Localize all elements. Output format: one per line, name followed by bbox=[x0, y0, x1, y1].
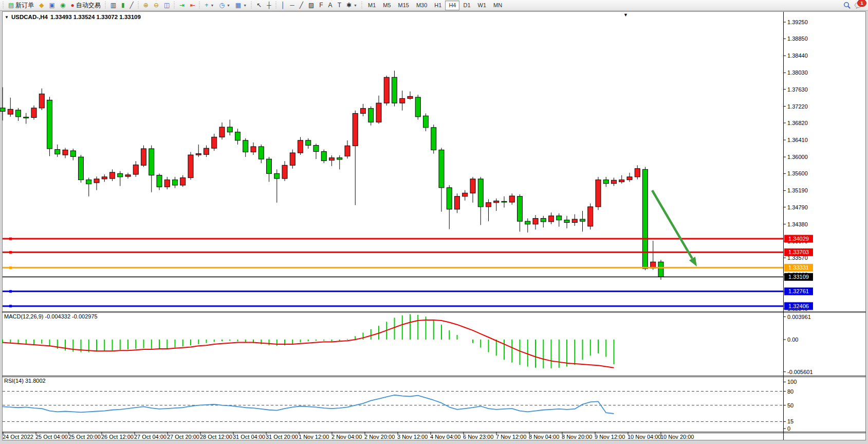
candle bbox=[525, 221, 530, 224]
toolbar-new-order-button[interactable]: ▤新订单 bbox=[6, 0, 36, 10]
candle bbox=[133, 165, 138, 174]
toolbar-zoom-in-button[interactable]: ⊕ bbox=[141, 0, 151, 10]
candle bbox=[329, 158, 335, 161]
candle bbox=[557, 216, 562, 220]
candle bbox=[400, 98, 405, 103]
candle bbox=[643, 169, 648, 269]
candle bbox=[603, 180, 608, 183]
toolbar-arrows-button[interactable]: ✱▼ bbox=[344, 0, 360, 10]
chevron-down-icon: ▼ bbox=[227, 4, 230, 7]
timeframe-d1[interactable]: D1 bbox=[459, 1, 474, 10]
toolbar-profile-button[interactable]: ◆ bbox=[36, 0, 46, 10]
timeframe-w1[interactable]: W1 bbox=[474, 1, 490, 10]
candle bbox=[290, 153, 295, 165]
time-label: 27 Oct 20:00 bbox=[167, 434, 199, 440]
candle bbox=[149, 149, 154, 175]
price-tick-label: 1.38850 bbox=[787, 35, 808, 42]
toolbar-tile-windows-button[interactable]: ◫ bbox=[161, 0, 172, 10]
candle bbox=[306, 140, 311, 146]
timeframe-m30[interactable]: M30 bbox=[413, 1, 431, 10]
scroll-to-end-marker[interactable]: ▼ bbox=[623, 12, 628, 17]
price-tick-label: 1.35600 bbox=[787, 170, 808, 176]
toolbar-zoom-out-button[interactable]: ⊖ bbox=[151, 0, 161, 10]
toolbar-vertical-line-button[interactable]: │ bbox=[279, 0, 288, 10]
candle bbox=[353, 113, 358, 146]
toolbar-fibonacci-button[interactable]: F bbox=[317, 0, 325, 10]
symbol-dropdown-icon[interactable]: ▼ bbox=[5, 15, 9, 20]
time-label: 3 Nov 12:00 bbox=[397, 434, 428, 440]
profile-icon: ◆ bbox=[39, 2, 44, 8]
candle bbox=[486, 203, 491, 207]
toolbar-bar-chart-button[interactable]: ▥ bbox=[108, 0, 119, 10]
candle bbox=[439, 150, 444, 187]
text-icon: A bbox=[328, 2, 333, 8]
chart-window: 1.392501.388501.384401.380301.376301.372… bbox=[0, 11, 868, 444]
new-order-icon: ▤ bbox=[8, 2, 14, 8]
toolbar-horizontal-line-button[interactable]: ─ bbox=[287, 0, 297, 10]
auto-scroll-icon: ⇥ bbox=[179, 2, 184, 8]
toolbar-indicators-button[interactable]: +▼ bbox=[202, 0, 216, 10]
candle bbox=[368, 109, 374, 122]
candle bbox=[204, 148, 209, 154]
toolbar-chart-shift-button[interactable]: ⇤ bbox=[187, 0, 197, 10]
toolbar-crosshair-button[interactable]: ┼ bbox=[264, 0, 274, 10]
arrows-icon: ✱ bbox=[346, 2, 352, 8]
line-handle[interactable] bbox=[9, 267, 12, 269]
line-chart-icon: ╱ bbox=[130, 2, 134, 8]
line-handle[interactable] bbox=[9, 290, 12, 293]
time-label: 25 Oct 04:00 bbox=[35, 434, 68, 440]
candle bbox=[55, 150, 60, 154]
rsi-axis-label: 15 bbox=[787, 418, 793, 424]
price-tag-label: 1.33703 bbox=[788, 249, 809, 255]
time-label: 9 Nov 12:00 bbox=[595, 434, 625, 440]
candle bbox=[31, 108, 36, 118]
time-label: 8 Nov 20:00 bbox=[562, 434, 592, 440]
toolbar-candlestick-chart-button[interactable]: ▮ bbox=[119, 0, 127, 10]
notification-badge: 1 bbox=[857, 0, 866, 7]
toolbar-text-button[interactable]: A bbox=[326, 0, 335, 10]
toolbar-templates-button[interactable]: ▦▼ bbox=[233, 0, 249, 10]
timeframe-m5[interactable]: M5 bbox=[379, 1, 394, 10]
time-label: 4 Nov 04:00 bbox=[430, 434, 460, 440]
line-handle[interactable] bbox=[9, 305, 12, 307]
candle bbox=[47, 100, 52, 149]
toolbar-channel-button[interactable]: ▨ bbox=[306, 0, 317, 10]
toolbar-auto-trading-button[interactable]: ●自动交易 bbox=[68, 0, 103, 10]
chevron-down-icon: ▼ bbox=[243, 4, 247, 7]
candle bbox=[94, 179, 99, 183]
timeframe-h1[interactable]: H1 bbox=[431, 1, 445, 10]
candle bbox=[635, 169, 640, 177]
candle bbox=[212, 137, 217, 148]
crosshair-icon: ┼ bbox=[267, 2, 271, 8]
toolbar-navigator-button[interactable]: ◉ bbox=[58, 0, 68, 10]
line-handle[interactable] bbox=[9, 238, 12, 240]
candle bbox=[572, 219, 577, 222]
zoom-out-icon: ⊖ bbox=[154, 2, 159, 8]
notifications-button[interactable]: 1 bbox=[854, 2, 863, 9]
toolbar-trendline-button[interactable]: ╱ bbox=[297, 0, 306, 10]
candle bbox=[298, 140, 303, 153]
candle bbox=[518, 197, 523, 221]
price-tick-label: 1.35190 bbox=[787, 187, 808, 193]
toolbar-market-watch-button[interactable]: ▣ bbox=[47, 0, 58, 10]
timeframe-mn[interactable]: MN bbox=[490, 1, 506, 10]
toolbar-label-button[interactable]: T bbox=[335, 0, 344, 10]
candle bbox=[431, 128, 436, 150]
time-label: 24 Oct 2022 bbox=[3, 434, 33, 440]
candle bbox=[110, 172, 115, 179]
toolbar-periods-button[interactable]: ◷▼ bbox=[216, 0, 232, 10]
line-handle[interactable] bbox=[9, 251, 12, 254]
toolbar-cursor-button[interactable]: ↖ bbox=[254, 0, 264, 10]
toolbar-auto-scroll-button[interactable]: ⇥ bbox=[177, 0, 187, 10]
toolbar-line-chart-button[interactable]: ╱ bbox=[127, 0, 136, 10]
search-button[interactable] bbox=[843, 2, 851, 9]
candle bbox=[361, 109, 366, 114]
timeframe-m1[interactable]: M1 bbox=[364, 1, 379, 10]
timeframe-m15[interactable]: M15 bbox=[395, 1, 413, 10]
candle bbox=[658, 262, 663, 277]
candle bbox=[423, 116, 429, 128]
timeframe-h4[interactable]: H4 bbox=[445, 1, 459, 10]
fibonacci-icon: F bbox=[319, 2, 323, 8]
candle bbox=[502, 201, 507, 202]
market-watch-icon: ▣ bbox=[49, 2, 55, 8]
